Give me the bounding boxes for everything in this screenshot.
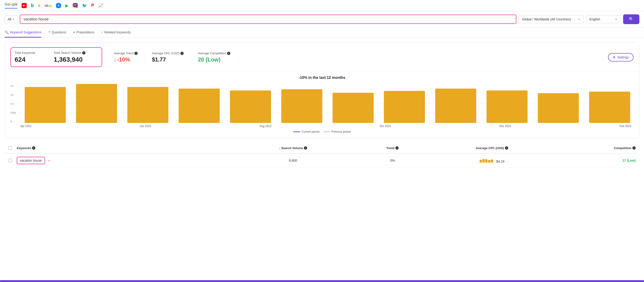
language-select[interactable]: English ▼ xyxy=(586,15,621,23)
svg-rect-7 xyxy=(485,159,488,163)
stats-area: Total Keywords 624 Total Search Volume i… xyxy=(5,42,639,138)
competition-info-icon[interactable]: i xyxy=(632,146,636,150)
tab-related-label: Related Keywords xyxy=(104,30,131,34)
avg-cpc-label: Average CPC (USD) i xyxy=(152,51,184,55)
nav-google[interactable]: Google xyxy=(5,2,18,8)
row-checkbox[interactable] xyxy=(8,159,12,162)
nav-ebay[interactable]: ebay xyxy=(44,4,52,7)
row-checkbox-cell xyxy=(8,159,17,162)
chevron-down-icon: ▼ xyxy=(12,18,15,21)
tab-questions[interactable]: ? Questions xyxy=(48,30,66,37)
search-type-label: All xyxy=(8,17,12,21)
col-check-header xyxy=(8,146,17,150)
settings-button[interactable]: ⚙ Settings xyxy=(608,53,634,61)
bar-apr-2022 xyxy=(24,87,66,123)
trend-info-icon[interactable]: i xyxy=(395,146,398,150)
avg-competition-value: 20 (Low) xyxy=(198,56,230,63)
col-competition-header[interactable]: Competition i xyxy=(547,146,636,150)
y-label-0: 0 xyxy=(10,120,16,123)
nav-pinterest[interactable]: P xyxy=(91,3,94,8)
nav-instagram[interactable]: 📷 xyxy=(73,3,78,8)
keyword-cell: vacation house ← xyxy=(17,157,238,164)
avg-cpc-stat: Average CPC (USD) i $1.77 xyxy=(145,51,191,63)
x-label-feb-2023: Feb 2023 xyxy=(620,125,631,128)
search-input-wrap[interactable] xyxy=(20,14,516,24)
avg-competition-info-icon[interactable]: i xyxy=(227,52,230,55)
avg-competition-label: Average Competition i xyxy=(198,51,230,55)
legend-previous-label: Previous period xyxy=(332,130,351,133)
nav-bing[interactable]: b xyxy=(31,3,34,8)
tab-keyword-suggestions[interactable]: 🔍 Keyword Suggestions xyxy=(5,30,41,37)
keywords-info-icon[interactable]: i xyxy=(32,146,35,150)
chart-legend: Current period Previous period xyxy=(10,130,634,133)
col-trend-header[interactable]: Trend i xyxy=(348,146,437,150)
x-label-jun-2022: Jun 2022 xyxy=(140,125,151,128)
tab-prepositions[interactable]: ≡ Prepositions xyxy=(73,30,94,37)
nav-playstore[interactable]: ▶ xyxy=(65,3,68,8)
keyword-highlighted-box: vacation house xyxy=(17,157,45,164)
total-search-volume-stat: Total Search Volume i 1,363,940 xyxy=(54,51,95,63)
chart-svg xyxy=(18,83,634,123)
cpc-info-icon[interactable]: i xyxy=(505,146,508,150)
sv-info-icon[interactable]: i xyxy=(304,146,307,150)
bar-jun-2022 xyxy=(127,87,168,123)
x-label-oct-2022: Oct 2022 xyxy=(380,125,391,128)
stats-top: Total Keywords 624 Total Search Volume i… xyxy=(5,43,639,72)
tab-related-icon: ↕ xyxy=(101,30,103,34)
nav-youtube[interactable]: ▶ xyxy=(22,3,27,8)
keywords-col-label: Keywords xyxy=(17,146,31,150)
keyword-text: vacation house xyxy=(20,159,42,162)
nav-twitter[interactable]: 🐦 xyxy=(82,3,87,8)
svg-rect-5 xyxy=(480,160,482,163)
bar-sep-2022 xyxy=(281,89,322,123)
nav-trend[interactable]: 📈 xyxy=(98,3,103,8)
settings-gear-icon: ⚙ xyxy=(613,55,616,59)
sv-col-label: ↓ Search Volume xyxy=(279,146,303,150)
svg-rect-6 xyxy=(482,159,485,163)
avg-trend-stat: Average Trend i ↓ -10% xyxy=(107,51,145,63)
avg-trend-label: Average Trend i xyxy=(114,51,138,55)
row-competition-cell: 17 (Low) xyxy=(547,159,636,162)
legend-current: Current period xyxy=(293,130,320,133)
svg-rect-8 xyxy=(488,160,490,163)
nav-amazon[interactable]: a xyxy=(38,3,40,8)
search-input[interactable] xyxy=(24,17,512,21)
y-label-2m-top: 2m xyxy=(10,84,16,87)
chart-y-axis: 2m 2m 1m 500k 0 xyxy=(10,83,18,123)
avg-cpc-info-icon[interactable]: i xyxy=(180,52,184,55)
total-keywords-value: 624 xyxy=(15,56,35,63)
header-checkbox[interactable] xyxy=(8,146,12,150)
avg-trend-info-icon[interactable]: i xyxy=(134,52,138,55)
row-trend-cell: 0% xyxy=(348,159,437,162)
location-chevron-icon: ▼ xyxy=(578,18,580,21)
nav-appstore[interactable]: A xyxy=(56,3,61,8)
total-keywords-stat: Total Keywords 624 xyxy=(15,51,44,63)
col-cpc-header[interactable]: Average CPC (USD) i xyxy=(437,146,547,150)
mini-trend-bar-svg xyxy=(480,158,494,163)
bar-jan-2023 xyxy=(486,90,528,123)
search-button[interactable]: 🔍 xyxy=(623,14,639,24)
tab-questions-icon: ? xyxy=(48,30,50,34)
bar-may-2022 xyxy=(76,84,117,123)
table-header: Keywords i ↓ Search Volume i Trend i Ave… xyxy=(5,143,639,154)
col-sv-header[interactable]: ↓ Search Volume i xyxy=(238,146,348,150)
col-keywords-header[interactable]: Keywords i xyxy=(17,146,238,150)
chart-section: -10% in the last 12 months 2m 2m 1m 500k… xyxy=(5,72,639,138)
chart-title: -10% in the last 12 months xyxy=(10,76,634,80)
total-sv-info-icon[interactable]: i xyxy=(82,51,86,54)
avg-trend-value: ↓ -10% xyxy=(114,56,138,63)
location-select[interactable]: Global / Worldwide (All Countries) ▼ xyxy=(519,15,584,23)
settings-label: Settings xyxy=(617,55,629,59)
bar-aug-2022 xyxy=(230,90,271,123)
chart-x-labels: Apr 2022 Jun 2022 Aug 2022 Oct 2022 Dec … xyxy=(18,125,634,128)
bar-feb-2023 xyxy=(538,93,579,123)
keyword-arrow-indicator: ← xyxy=(47,158,52,163)
y-label-1m: 1m xyxy=(10,102,16,105)
tab-related-keywords[interactable]: ↕ Related Keywords xyxy=(101,30,131,37)
location-label: Global / Worldwide (All Countries) xyxy=(522,17,571,21)
search-type-select[interactable]: All ▼ xyxy=(5,15,18,23)
tab-keyword-suggestions-icon: 🔍 xyxy=(5,30,8,34)
row-cpc-value: $4.19 xyxy=(496,160,504,163)
row-keyword-cell: vacation house ← xyxy=(17,157,238,164)
bar-mar-2023 xyxy=(589,92,630,123)
